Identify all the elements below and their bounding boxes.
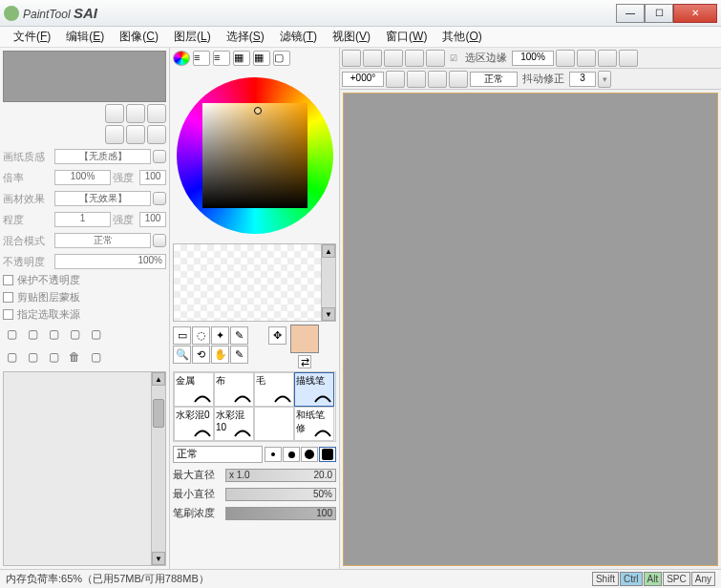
scale-input[interactable]: 100% bbox=[54, 170, 111, 185]
swatch-scroll-down[interactable]: ▼ bbox=[322, 307, 335, 321]
stabilizer-input[interactable]: 3 bbox=[569, 72, 596, 87]
swatch-scroll-up[interactable]: ▲ bbox=[322, 244, 335, 258]
material-effect-dropdown-icon[interactable] bbox=[153, 192, 166, 205]
zoom-reset-button[interactable] bbox=[577, 50, 596, 67]
select-source-checkbox[interactable] bbox=[3, 309, 13, 320]
color-wheel-mode-icon[interactable] bbox=[173, 51, 190, 66]
eyedropper-tool[interactable]: ✎ bbox=[230, 346, 248, 364]
menu-edit[interactable]: 编辑(E) bbox=[58, 27, 112, 47]
new-layer-icon[interactable]: ▢ bbox=[3, 326, 20, 343]
swatch-panel[interactable]: ▲ ▼ bbox=[173, 243, 336, 322]
color-scratchpad-icon[interactable]: ▢ bbox=[273, 51, 290, 66]
menu-window[interactable]: 窗口(W) bbox=[378, 27, 435, 47]
brush-size-s[interactable] bbox=[265, 447, 282, 462]
layer-list[interactable]: ▲ ▼ bbox=[3, 371, 166, 566]
zoom-input[interactable]: 100% bbox=[512, 51, 554, 66]
swatch-scrollbar[interactable]: ▲ ▼ bbox=[321, 244, 335, 321]
brush-cloth[interactable]: 布 bbox=[214, 372, 254, 407]
pen-tool[interactable]: ✎ bbox=[230, 326, 248, 345]
rotate-reset-button[interactable] bbox=[407, 71, 426, 88]
stabilizer-dropdown-icon[interactable]: ▾ bbox=[598, 71, 611, 88]
zoom-tool[interactable]: 🔍 bbox=[173, 346, 191, 364]
brush-washi[interactable]: 和纸笔修 bbox=[294, 407, 334, 441]
tb-btn-2[interactable] bbox=[363, 50, 382, 67]
nav-btn-2[interactable] bbox=[126, 104, 145, 123]
hand-tool[interactable]: ✋ bbox=[211, 346, 229, 364]
merge-down-icon[interactable]: ▢ bbox=[3, 348, 20, 366]
scroll-up-icon[interactable]: ▲ bbox=[152, 372, 165, 386]
tb-btn-1[interactable] bbox=[342, 50, 361, 67]
menu-other[interactable]: 其他(O) bbox=[435, 27, 489, 47]
magic-wand-tool[interactable]: ✦ bbox=[211, 326, 229, 345]
menu-filter[interactable]: 滤镜(T) bbox=[272, 27, 325, 47]
canvas-mode-input[interactable]: 正常 bbox=[470, 72, 518, 87]
rotate-tool[interactable]: ⟲ bbox=[192, 346, 210, 364]
navigator-thumbnail[interactable] bbox=[3, 51, 166, 102]
clear-layer-icon[interactable]: ▢ bbox=[87, 326, 104, 343]
brush-size-m[interactable] bbox=[283, 447, 300, 462]
tb-btn-extra[interactable] bbox=[619, 50, 638, 67]
clipping-mask-checkbox[interactable] bbox=[3, 292, 13, 303]
maximize-button[interactable]: ☐ bbox=[645, 4, 673, 23]
brush-size-l[interactable] bbox=[301, 447, 318, 462]
angle-input[interactable]: +000° bbox=[342, 72, 384, 87]
brush-fur[interactable]: 毛 bbox=[254, 372, 294, 407]
rotate-ccw-button[interactable] bbox=[386, 71, 405, 88]
menu-image[interactable]: 图像(C) bbox=[112, 27, 166, 47]
select-rect-tool[interactable]: ▭ bbox=[173, 326, 191, 345]
layer-scrollbar[interactable]: ▲ ▼ bbox=[151, 372, 165, 565]
foreground-color[interactable] bbox=[290, 325, 319, 353]
flatten-icon[interactable]: ▢ bbox=[45, 348, 62, 366]
color-rgb-mode-icon[interactable]: ≡ bbox=[193, 51, 210, 66]
protect-opacity-checkbox[interactable] bbox=[3, 275, 13, 285]
nav-btn-1[interactable] bbox=[105, 104, 124, 123]
brush-line[interactable]: 描线笔 bbox=[294, 372, 334, 407]
zoom-out-button[interactable] bbox=[556, 50, 575, 67]
menu-layer[interactable]: 图层(L) bbox=[166, 27, 219, 47]
color-hsv-mode-icon[interactable]: ≡ bbox=[213, 51, 230, 66]
delete-layer-icon[interactable]: 🗑 bbox=[66, 348, 83, 366]
degree-input[interactable]: 1 bbox=[54, 212, 111, 227]
blend-mode-dropdown-icon[interactable] bbox=[153, 234, 166, 247]
nav-btn-4[interactable] bbox=[105, 125, 124, 144]
color-swatch-icon[interactable]: ▦ bbox=[253, 51, 270, 66]
brush-size-xl[interactable] bbox=[319, 447, 336, 462]
new-folder-icon[interactable]: ▢ bbox=[45, 326, 62, 343]
nav-btn-3[interactable] bbox=[147, 104, 166, 123]
flip-button[interactable] bbox=[449, 71, 468, 88]
swap-colors-icon[interactable]: ⇄ bbox=[298, 355, 311, 368]
layer-mask-icon[interactable]: ▢ bbox=[66, 326, 83, 343]
sel-edge-checkbox[interactable]: ☑ bbox=[447, 50, 460, 67]
max-diameter-slider[interactable]: x 1.0 20.0 bbox=[225, 469, 336, 482]
color-cursor[interactable] bbox=[254, 107, 262, 115]
canvas[interactable] bbox=[343, 93, 718, 566]
opacity-input[interactable]: 100% bbox=[54, 254, 166, 269]
close-button[interactable]: ✕ bbox=[673, 4, 717, 23]
scroll-thumb[interactable] bbox=[153, 399, 164, 428]
lasso-tool[interactable]: ◌ bbox=[192, 326, 210, 345]
blend-mode-select[interactable]: 正常 bbox=[54, 233, 151, 248]
scroll-down-icon[interactable]: ▼ bbox=[152, 552, 165, 565]
min-diameter-slider[interactable]: 50% bbox=[225, 488, 336, 501]
move-tool[interactable]: ✥ bbox=[268, 326, 286, 345]
layer-extra-icon[interactable]: ▢ bbox=[87, 348, 104, 366]
strength-input[interactable]: 100 bbox=[139, 170, 166, 185]
strength2-input[interactable]: 100 bbox=[139, 212, 166, 227]
tb-btn-4[interactable] bbox=[405, 50, 424, 67]
nav-btn-6[interactable] bbox=[147, 125, 166, 144]
brush-watercolor-10[interactable]: 水彩混10 bbox=[214, 407, 254, 441]
menu-view[interactable]: 视图(V) bbox=[325, 27, 378, 47]
brush-blend-mode[interactable]: 正常 bbox=[173, 446, 263, 463]
nav-btn-5[interactable] bbox=[126, 125, 145, 144]
menu-file[interactable]: 文件(F) bbox=[6, 27, 58, 47]
transfer-down-icon[interactable]: ▢ bbox=[24, 348, 41, 366]
color-wheel[interactable] bbox=[173, 71, 336, 241]
tb-btn-3[interactable] bbox=[384, 50, 403, 67]
rotate-cw-button[interactable] bbox=[428, 71, 447, 88]
density-slider[interactable]: 100 bbox=[225, 507, 336, 520]
tb-btn-5[interactable] bbox=[426, 50, 445, 67]
brush-watercolor-0[interactable]: 水彩混0 bbox=[174, 407, 214, 441]
paper-texture-select[interactable]: 【无质感】 bbox=[54, 149, 151, 164]
brush-empty[interactable] bbox=[254, 407, 294, 441]
menu-select[interactable]: 选择(S) bbox=[219, 27, 272, 47]
